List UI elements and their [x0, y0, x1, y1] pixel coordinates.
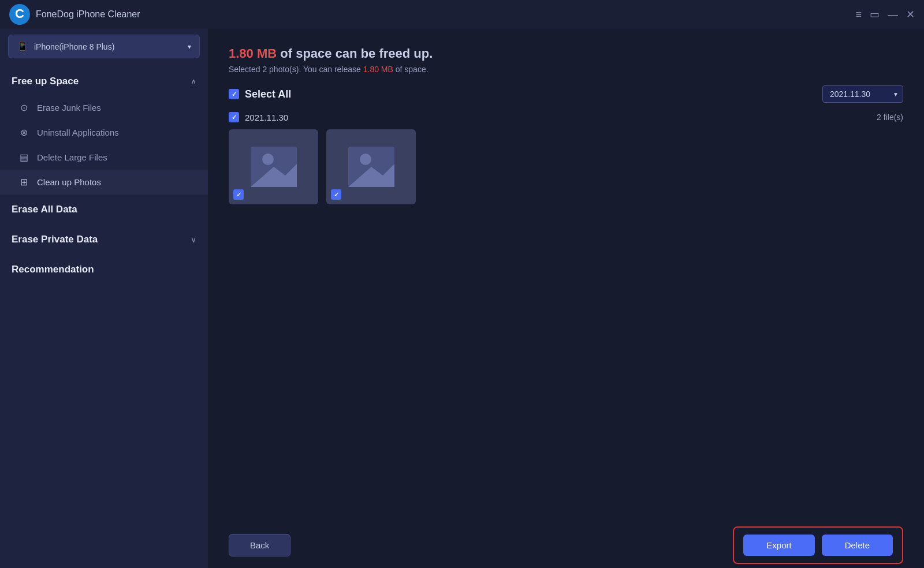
- recommendation-label: Recommendation: [12, 264, 94, 275]
- photo-group-count: 2 file(s): [877, 113, 903, 122]
- device-chevron-icon: ▾: [188, 43, 191, 51]
- device-selector[interactable]: 📱 iPhone(iPhone 8 Plus) ▾: [8, 35, 200, 58]
- clean-photos-label: Clean up Photos: [37, 177, 101, 187]
- sidebar-item-clean-photos[interactable]: ⊞ Clean up Photos: [0, 170, 208, 195]
- subtitle-suffix: of space.: [393, 65, 429, 74]
- main-layout: 📱 iPhone(iPhone 8 Plus) ▾ Free up Space …: [0, 29, 924, 568]
- select-all-bar: Select All 2021.11.30: [229, 85, 903, 103]
- window-controls: ≡ ▭ — ✕: [855, 8, 915, 21]
- content-area: 1.80 MB of space can be freed up. Select…: [208, 29, 924, 568]
- photo-group-date: 2021.11.30: [245, 113, 288, 122]
- sidebar-item-recommendation[interactable]: Recommendation: [0, 255, 208, 285]
- space-title-suffix: of space can be freed up.: [277, 46, 433, 61]
- free-up-space-header[interactable]: Free up Space ∧: [0, 68, 208, 95]
- sidebar-item-erase-private-data[interactable]: Erase Private Data ∨: [0, 225, 208, 255]
- svg-point-6: [360, 154, 371, 165]
- bottom-bar: Back Export Delete: [208, 522, 924, 568]
- space-info-subtitle: Selected 2 photo(s). You can release 1.8…: [229, 65, 903, 74]
- photos-grid: [229, 129, 903, 204]
- size-mid: 1.80 MB: [363, 65, 393, 74]
- subtitle-mid: photo(s). You can release: [267, 65, 363, 74]
- photo-thumb-1[interactable]: [229, 129, 318, 204]
- app-title: FoneDog iPhone Cleaner: [36, 9, 855, 20]
- space-info: 1.80 MB of space can be freed up. Select…: [229, 46, 903, 74]
- photo-1-checkbox[interactable]: [233, 189, 244, 200]
- free-up-space-chevron-icon: ∧: [191, 77, 196, 86]
- sidebar-item-erase-all-data[interactable]: Erase All Data: [0, 195, 208, 225]
- menu-icon[interactable]: ≡: [855, 9, 862, 21]
- delete-large-icon: ▤: [17, 152, 30, 163]
- close-icon[interactable]: ✕: [906, 8, 915, 21]
- sidebar-item-delete-large[interactable]: ▤ Delete Large Files: [0, 145, 208, 170]
- delete-button[interactable]: Delete: [822, 535, 893, 556]
- photo-group-header: 2021.11.30 2 file(s): [229, 112, 903, 122]
- svg-point-3: [262, 154, 274, 165]
- sidebar-item-uninstall-apps[interactable]: ⊗ Uninstall Applications: [0, 120, 208, 145]
- photo-group-checkbox[interactable]: [229, 112, 239, 122]
- photo-2-checkbox[interactable]: [331, 189, 341, 200]
- clean-photos-icon: ⊞: [17, 177, 30, 188]
- erase-junk-icon: ⊙: [17, 102, 30, 113]
- minimize-icon[interactable]: —: [888, 9, 898, 21]
- sidebar-item-erase-junk[interactable]: ⊙ Erase Junk Files: [0, 95, 208, 120]
- device-icon: 📱: [17, 41, 28, 52]
- date-dropdown[interactable]: 2021.11.30: [822, 85, 903, 103]
- app-logo: C: [9, 4, 30, 25]
- nav-section-free-up-space: Free up Space ∧ ⊙ Erase Junk Files ⊗ Uni…: [0, 68, 208, 195]
- erase-junk-label: Erase Junk Files: [37, 103, 101, 113]
- uninstall-apps-label: Uninstall Applications: [37, 128, 119, 137]
- sidebar: 📱 iPhone(iPhone 8 Plus) ▾ Free up Space …: [0, 29, 208, 568]
- date-dropdown-wrapper[interactable]: 2021.11.30: [822, 85, 903, 103]
- back-button[interactable]: Back: [229, 534, 290, 556]
- chat-icon[interactable]: ▭: [870, 8, 880, 21]
- photo-thumb-2[interactable]: [326, 129, 416, 204]
- space-info-title: 1.80 MB of space can be freed up.: [229, 46, 903, 61]
- select-all-label: Select All: [245, 88, 291, 100]
- erase-private-data-label: Erase Private Data: [12, 234, 98, 245]
- erase-all-data-label: Erase All Data: [12, 204, 77, 215]
- delete-large-label: Delete Large Files: [37, 152, 107, 162]
- space-size-highlight: 1.80 MB: [229, 46, 277, 61]
- free-up-space-label: Free up Space: [12, 76, 79, 87]
- uninstall-apps-icon: ⊗: [17, 127, 30, 138]
- subtitle-prefix: Selected: [229, 65, 262, 74]
- select-all-checkbox[interactable]: [229, 89, 239, 99]
- device-name: iPhone(iPhone 8 Plus): [34, 42, 114, 51]
- erase-private-data-chevron-icon: ∨: [191, 235, 196, 244]
- bottom-right-actions: Export Delete: [733, 526, 903, 564]
- svg-text:C: C: [15, 6, 24, 21]
- selected-count: 2: [262, 65, 267, 74]
- title-bar: C FoneDog iPhone Cleaner ≡ ▭ — ✕: [0, 0, 924, 29]
- photo-group: 2021.11.30 2 file(s): [229, 112, 903, 204]
- export-button[interactable]: Export: [743, 535, 814, 556]
